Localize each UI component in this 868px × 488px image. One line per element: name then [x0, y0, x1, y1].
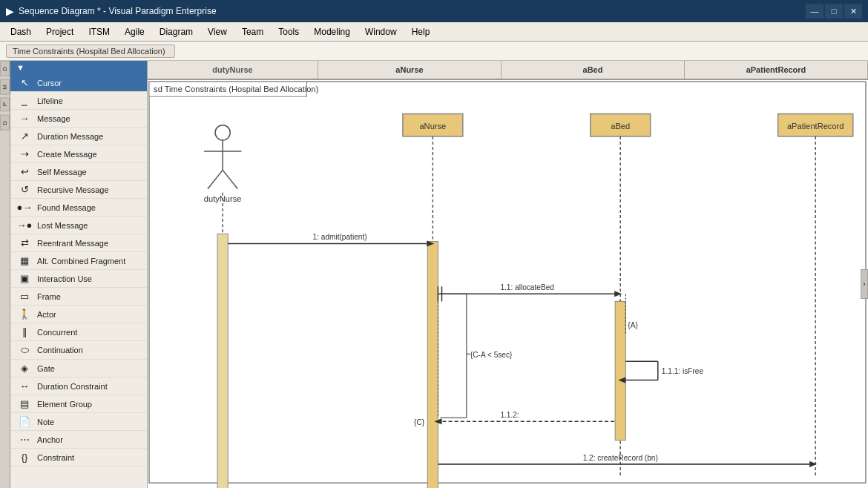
menu-item-help[interactable]: Help	[404, 24, 438, 39]
duration-message-icon: ↗	[16, 131, 33, 142]
svg-text:{A}: {A}	[628, 321, 638, 329]
menubar: DashProjectITSMAgileDiagramViewTeamTools…	[0, 22, 868, 42]
toolbox-item-actor[interactable]: 🚶Actor	[10, 306, 147, 323]
svg-rect-0	[149, 82, 866, 483]
anchor-icon: ⋯	[16, 434, 33, 445]
toolbox-item-concurrent[interactable]: ‖Concurrent	[10, 323, 147, 341]
note-icon: 📄	[16, 416, 33, 427]
toolbox-item-alt-combined[interactable]: ▦Alt. Combined Fragment	[10, 252, 147, 270]
menu-item-modeling[interactable]: Modeling	[306, 24, 358, 39]
close-button[interactable]: ✕	[844, 4, 862, 19]
continuation-icon: ⬭	[16, 344, 33, 356]
found-message-icon: ●→	[16, 202, 33, 213]
toolbox-item-element-group[interactable]: ▤Element Group	[10, 395, 147, 413]
alt-combined-label: Alt. Combined Fragment	[37, 257, 125, 266]
continuation-label: Continuation	[37, 346, 83, 355]
diagram-backlog-tab[interactable]: DiagramBacklog	[0, 115, 10, 131]
toolbox-item-note[interactable]: 📄Note	[10, 413, 147, 431]
left-panel: DiagramNavigator ModelExplorer Property …	[0, 61, 10, 488]
menu-item-agile[interactable]: Agile	[117, 24, 152, 39]
right-panel: dutyNurse aNurse aBed aPatientRecord sd …	[148, 61, 868, 488]
constraint-label: Constraint	[37, 453, 74, 462]
diagram-svg: sd Time Constraints (Hospital Bed Alloca…	[148, 80, 868, 488]
svg-text:1.1.1: isFree: 1.1.1: isFree	[662, 367, 704, 375]
menu-item-tools[interactable]: Tools	[271, 24, 306, 39]
lifeline-header-aNurse: aNurse	[318, 61, 502, 79]
model-explorer-tab[interactable]: ModelExplorer	[0, 79, 10, 95]
menu-item-itsm[interactable]: ITSM	[81, 24, 117, 39]
toolbox-item-frame[interactable]: ▭Frame	[10, 288, 147, 306]
svg-text:1: admit(patient): 1: admit(patient)	[313, 233, 367, 241]
toolbox-item-reentrant-message[interactable]: ⇄Reentrant Message	[10, 234, 147, 252]
message-label: Message	[37, 114, 70, 123]
lifeline-label: Lifeline	[37, 96, 63, 105]
cursor-label: Cursor	[37, 79, 62, 88]
menu-item-window[interactable]: Window	[358, 24, 404, 39]
toolbox-item-gate[interactable]: ◈Gate	[10, 360, 147, 377]
frame-label: Frame	[37, 292, 61, 301]
self-message-icon: ↩	[16, 166, 33, 177]
toolbox-item-continuation[interactable]: ⬭Continuation	[10, 341, 147, 360]
create-message-icon: ⇢	[16, 148, 33, 159]
concurrent-label: Concurrent	[37, 328, 77, 337]
toolbox-item-duration-message[interactable]: ↗Duration Message	[10, 128, 147, 145]
toolbox-item-message[interactable]: →Message	[10, 110, 147, 128]
frame-icon: ▭	[16, 291, 33, 302]
diagram-canvas[interactable]: sd Time Constraints (Hospital Bed Alloca…	[148, 80, 868, 488]
lost-message-label: Lost Message	[37, 221, 88, 230]
toolbox-item-lifeline[interactable]: ⎯Lifeline	[10, 92, 147, 110]
toolbox-item-cursor[interactable]: ↖Cursor	[10, 74, 147, 92]
svg-rect-15	[427, 241, 438, 488]
svg-text:aBed: aBed	[611, 122, 630, 131]
menu-item-view[interactable]: View	[200, 24, 234, 39]
duration-message-label: Duration Message	[37, 132, 103, 141]
minimize-button[interactable]: —	[806, 4, 823, 19]
diagram-navigator-tab[interactable]: DiagramNavigator	[0, 61, 10, 76]
svg-text:aNurse: aNurse	[419, 122, 446, 131]
toolbox-item-recursive-message[interactable]: ↺Recursive Message	[10, 181, 147, 199]
svg-text:{C-A < 5sec}: {C-A < 5sec}	[470, 351, 513, 359]
property-tab[interactable]: Property	[0, 97, 10, 111]
create-message-label: Create Message	[37, 150, 97, 159]
toolbox-item-anchor[interactable]: ⋯Anchor	[10, 431, 147, 449]
svg-text:1.1.2:: 1.1.2:	[500, 411, 519, 419]
actor-icon: 🚶	[16, 309, 33, 320]
interaction-use-label: Interaction Use	[37, 274, 92, 283]
alt-combined-icon: ▦	[16, 255, 33, 266]
toolbox-item-interaction-use[interactable]: ▣Interaction Use	[10, 270, 147, 288]
breadcrumb: Time Constraints (Hospital Bed Allocatio…	[0, 42, 868, 61]
breadcrumb-text: Time Constraints (Hospital Bed Allocatio…	[6, 44, 175, 58]
toolbox-item-create-message[interactable]: ⇢Create Message	[10, 145, 147, 163]
duration-constraint-icon: ↔	[16, 380, 33, 392]
menu-item-diagram[interactable]: Diagram	[152, 24, 200, 39]
toolbox-item-lost-message[interactable]: →●Lost Message	[10, 217, 147, 234]
svg-text:{C}: {C}	[414, 418, 425, 426]
menu-item-project[interactable]: Project	[39, 24, 81, 39]
right-collapse-handle[interactable]: ›	[861, 269, 868, 299]
constraint-icon: {}	[16, 452, 33, 463]
toolbox-item-self-message[interactable]: ↩Self Message	[10, 163, 147, 181]
window-controls: — □ ✕	[806, 4, 862, 19]
toolbox-item-duration-constraint[interactable]: ↔Duration Constraint	[10, 377, 147, 395]
cursor-icon: ↖	[16, 77, 33, 88]
menu-item-team[interactable]: Team	[234, 24, 271, 39]
toolbox-item-constraint[interactable]: {}Constraint	[10, 449, 147, 466]
duration-constraint-label: Duration Constraint	[37, 382, 108, 391]
lifeline-icon: ⎯	[16, 95, 33, 106]
menu-item-dash[interactable]: Dash	[3, 24, 39, 39]
toolbox-item-found-message[interactable]: ●→Found Message	[10, 199, 147, 217]
svg-text:sd Time Constraints (Hospital : sd Time Constraints (Hospital Bed Alloca…	[154, 85, 319, 93]
lifeline-headers: dutyNurse aNurse aBed aPatientRecord	[148, 61, 868, 80]
maximize-button[interactable]: □	[825, 4, 843, 19]
note-label: Note	[37, 418, 54, 426]
element-group-label: Element Group	[37, 400, 92, 409]
recursive-message-label: Recursive Message	[37, 185, 109, 194]
svg-text:1.1: allocateBed: 1.1: allocateBed	[500, 283, 554, 291]
element-group-icon: ▤	[16, 398, 33, 409]
main-layout: DiagramNavigator ModelExplorer Property …	[0, 61, 868, 488]
app-icon: ▶	[6, 5, 14, 17]
svg-text:aPatientRecord: aPatientRecord	[787, 122, 844, 131]
lifeline-header-aPatientRecord: aPatientRecord	[685, 61, 868, 79]
actor-label: Actor	[37, 310, 56, 319]
gate-icon: ◈	[16, 363, 33, 374]
